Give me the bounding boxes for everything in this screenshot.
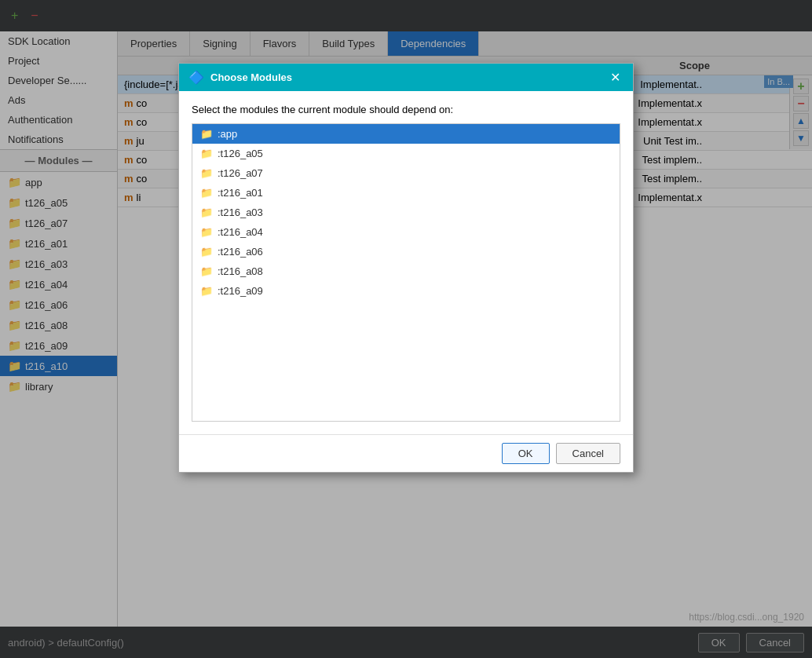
modal-subtitle: Select the modules the current module sh… <box>192 104 620 115</box>
module-icon: 🔷 <box>188 70 204 85</box>
module-item-t216-a08-label: :t216_a08 <box>218 265 263 277</box>
module-item-t216-a01-label: :t216_a01 <box>218 187 263 199</box>
module-item-t216-a08[interactable]: 📁 :t216_a08 <box>192 261 620 281</box>
ide-window: + − SDK Location Project Developer Se...… <box>0 0 812 658</box>
module-item-t216-a03[interactable]: 📁 :t216_a03 <box>192 203 620 222</box>
module-item-t216-a06[interactable]: 📁 :t216_a06 <box>192 242 620 261</box>
module-item-t216-a04-label: :t216_a04 <box>218 226 263 238</box>
modal-titlebar: 🔷 Choose Modules ✕ <box>179 64 633 91</box>
folder-small-icon: 📁 <box>200 167 213 179</box>
module-item-t216-a01[interactable]: 📁 :t216_a01 <box>192 183 620 203</box>
modal-title: 🔷 Choose Modules <box>188 70 292 85</box>
module-item-app[interactable]: 📁 :app <box>192 124 620 144</box>
module-item-t126-a05[interactable]: 📁 :t126_a05 <box>192 144 620 163</box>
modal-body: Select the modules the current module sh… <box>179 91 633 434</box>
folder-small-icon: 📁 <box>200 285 213 297</box>
module-item-t216-a09-label: :t216_a09 <box>218 285 263 297</box>
modal-footer: OK Cancel <box>179 434 633 472</box>
folder-small-icon: 📁 <box>200 207 213 218</box>
folder-small-icon: 📁 <box>200 128 213 140</box>
module-item-t126-a07-label: :t126_a07 <box>218 167 263 179</box>
module-item-t126-a05-label: :t126_a05 <box>218 148 263 159</box>
module-item-app-label: :app <box>218 128 237 140</box>
modal-overlay: 🔷 Choose Modules ✕ Select the modules th… <box>0 0 812 658</box>
folder-small-icon: 📁 <box>200 187 213 199</box>
modal-close-button[interactable]: ✕ <box>607 70 624 85</box>
folder-small-icon: 📁 <box>200 265 213 277</box>
module-item-t216-a09[interactable]: 📁 :t216_a09 <box>192 281 620 301</box>
module-item-t216-a03-label: :t216_a03 <box>218 207 263 218</box>
module-item-t216-a04[interactable]: 📁 :t216_a04 <box>192 222 620 242</box>
folder-small-icon: 📁 <box>200 246 213 258</box>
module-item-t126-a07[interactable]: 📁 :t126_a07 <box>192 163 620 183</box>
folder-small-icon: 📁 <box>200 226 213 238</box>
modal-ok-button[interactable]: OK <box>502 443 550 464</box>
modal-cancel-button[interactable]: Cancel <box>556 443 620 464</box>
choose-modules-modal: 🔷 Choose Modules ✕ Select the modules th… <box>178 63 634 473</box>
folder-small-icon: 📁 <box>200 148 213 159</box>
module-item-t216-a06-label: :t216_a06 <box>218 246 263 258</box>
modal-title-text: Choose Modules <box>210 71 292 83</box>
modules-list: 📁 :app 📁 :t126_a05 📁 :t126_a07 📁 :t216_a… <box>192 123 620 422</box>
